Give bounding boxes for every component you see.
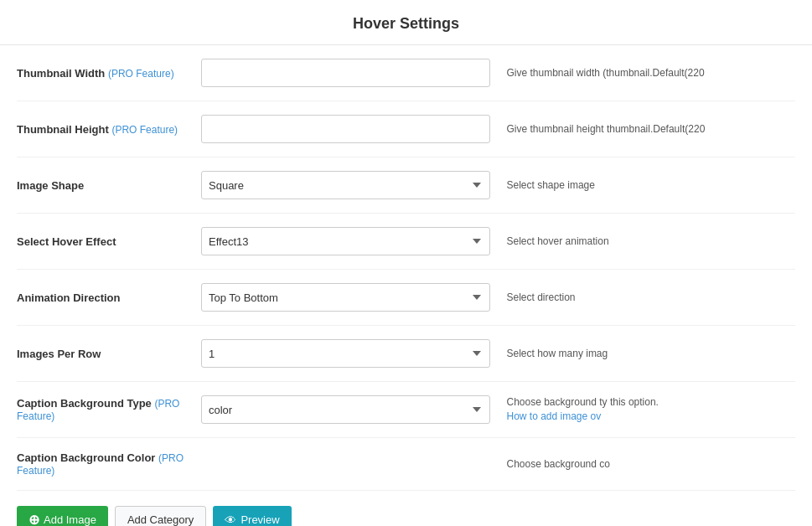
caption-bg-color-label: Caption Background Color (PRO Feature) <box>17 451 201 477</box>
thumbnail-width-input[interactable] <box>201 59 490 87</box>
thumbnail-height-input[interactable] <box>201 115 490 143</box>
plus-icon: ⊕ <box>28 512 39 526</box>
page-title: Hover Settings <box>0 0 812 45</box>
thumbnail-height-label: Thumbnail Height (PRO Feature) <box>17 123 201 136</box>
animation-direction-select[interactable]: Top To Bottom Bottom To Top Left To Righ… <box>201 283 490 312</box>
thumbnail-height-hint: Give thumbnail height thumbnail.Default(… <box>507 122 796 137</box>
hover-effect-label: Select Hover Effect <box>17 235 201 248</box>
thumbnail-width-control <box>201 59 490 87</box>
hover-effect-hint: Select hover animation <box>507 235 796 249</box>
animation-direction-row: Animation Direction Top To Bottom Bottom… <box>17 270 795 326</box>
images-per-row-select[interactable]: 1 23456 <box>201 339 490 368</box>
hover-effect-select[interactable]: Effect1Effect2Effect3 Effect4Effect5Effe… <box>201 227 490 255</box>
image-shape-hint: Select shape image <box>507 178 796 193</box>
caption-bg-color-hint: Choose background co <box>507 457 796 472</box>
image-shape-row: Image Shape Square Circle Rounded Select… <box>17 157 795 214</box>
add-image-button[interactable]: ⊕ Add Image <box>17 506 108 526</box>
add-category-button[interactable]: Add Category <box>115 506 207 526</box>
caption-bg-type-label: Caption Background Type (PRO Feature) <box>17 397 201 422</box>
caption-bg-type-row: Caption Background Type (PRO Feature) co… <box>17 382 795 438</box>
images-per-row-label: Images Per Row <box>17 348 201 360</box>
thumbnail-height-control <box>201 115 490 143</box>
caption-bg-type-select[interactable]: color image <box>201 395 490 424</box>
caption-bg-color-row: Caption Background Color (PRO Feature) C… <box>17 438 795 491</box>
eye-icon: 👁 <box>225 513 236 527</box>
image-shape-control: Square Circle Rounded <box>201 171 490 199</box>
image-shape-select[interactable]: Square Circle Rounded <box>201 171 490 199</box>
caption-bg-type-control: color image <box>201 395 490 424</box>
animation-direction-hint: Select direction <box>507 291 796 305</box>
images-per-row-row: Images Per Row 1 23456 Select how many i… <box>17 326 795 382</box>
caption-bg-type-hint: Choose background ty this option. How to… <box>507 395 796 424</box>
image-shape-label: Image Shape <box>17 179 201 192</box>
images-per-row-hint: Select how many imag <box>507 347 796 361</box>
thumbnail-width-label: Thumbnail Width (PRO Feature) <box>17 67 201 80</box>
thumbnail-width-hint: Give thumbnail width (thumbnail.Default(… <box>507 66 796 80</box>
images-per-row-control: 1 23456 <box>201 339 490 368</box>
animation-direction-label: Animation Direction <box>17 291 201 304</box>
hover-effect-control: Effect1Effect2Effect3 Effect4Effect5Effe… <box>201 227 490 255</box>
thumbnail-height-row: Thumbnail Height (PRO Feature) Give thum… <box>17 101 795 157</box>
caption-bg-type-link[interactable]: How to add image ov <box>507 410 602 422</box>
preview-button[interactable]: 👁 Preview <box>213 506 291 526</box>
animation-direction-control: Top To Bottom Bottom To Top Left To Righ… <box>201 283 490 312</box>
footer-buttons: ⊕ Add Image Add Category 👁 Preview <box>17 491 795 526</box>
hover-effect-row: Select Hover Effect Effect1Effect2Effect… <box>17 214 795 270</box>
thumbnail-width-row: Thumbnail Width (PRO Feature) Give thumb… <box>17 45 795 101</box>
